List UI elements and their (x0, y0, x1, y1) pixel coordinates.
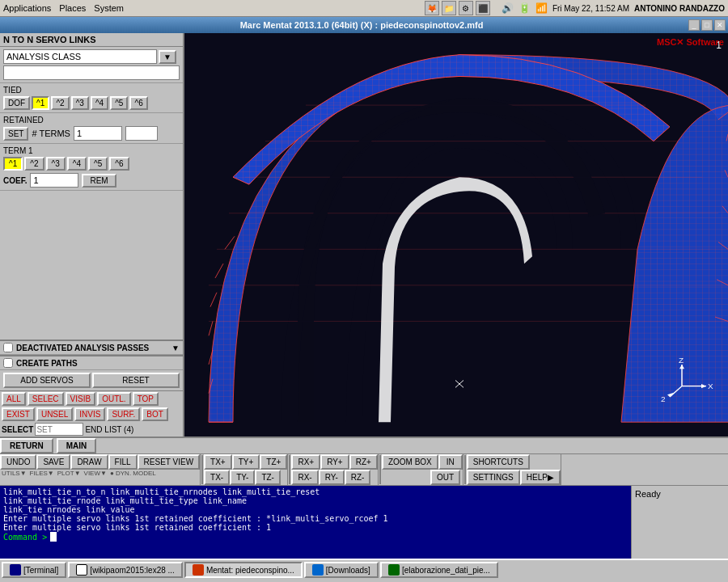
taskbar-elaborazione-label: [elaborazione_dati_pie... (402, 566, 490, 575)
save-button[interactable]: SAVE (36, 454, 70, 470)
unsel-button[interactable]: UNSEL (36, 407, 73, 421)
deactivated-collapse[interactable]: ▼ (171, 344, 180, 352)
rz-minus-button[interactable]: RZ- (345, 470, 371, 485)
tz-plus-button[interactable]: TZ+ (260, 454, 287, 470)
analysis-class-dropdown[interactable]: ▼ (159, 50, 176, 64)
analysis-class-label-field[interactable] (3, 49, 157, 64)
sysbar-net[interactable]: 📶 (535, 2, 548, 14)
return-button[interactable]: RETURN (0, 438, 53, 453)
dyn-model-sub[interactable]: ● DYN. MODEL (108, 470, 158, 478)
rem-button[interactable]: REM (82, 174, 116, 188)
sysbar-icon-folder[interactable]: 📁 (442, 1, 456, 15)
ry-minus-button[interactable]: RY- (319, 470, 345, 485)
sysbar-vol[interactable]: 🔊 (502, 2, 514, 14)
term-5-button[interactable]: ^5 (88, 157, 108, 171)
zoom-box-button[interactable]: ZOOM BOX (382, 454, 438, 470)
view-sub[interactable]: VIEW▼ (83, 470, 108, 478)
deactivated-bar[interactable]: DEACTIVATED ANALYSIS PASSES ▼ (0, 341, 183, 355)
tz-minus-button[interactable]: TZ- (255, 470, 281, 485)
undo-button[interactable]: UNDO (0, 454, 36, 470)
dof-6-button[interactable]: ^6 (129, 96, 147, 110)
toolbar-sep-1 (201, 455, 203, 484)
rx-plus-button[interactable]: RX+ (291, 454, 320, 470)
coef-label: COEF. (3, 176, 27, 185)
all-button[interactable]: ALL (2, 392, 26, 406)
invis-button[interactable]: INVIS (74, 407, 105, 421)
end-list-label: END LIST (4) (85, 425, 133, 434)
retained-label: RETAINED (3, 116, 180, 124)
terms-input[interactable] (74, 126, 122, 141)
ry-plus-button[interactable]: RY+ (320, 454, 349, 470)
create-paths-bar[interactable]: CREATE PATHS (0, 356, 183, 370)
coef-input[interactable] (30, 173, 78, 188)
deactivated-label: DEACTIVATED ANALYSIS PASSES (16, 344, 149, 352)
sysbar-system[interactable]: System (94, 3, 124, 13)
set-input[interactable] (35, 423, 83, 436)
sysbar-icon-terminal[interactable]: ⬛ (476, 1, 490, 15)
top-button[interactable]: TOP (133, 392, 159, 406)
ty-plus-button[interactable]: TY+ (232, 454, 260, 470)
sysbar-user: ANTONINO RANDAZZO (634, 4, 725, 13)
terms-label: # TERMS (32, 129, 70, 138)
dof-3-button[interactable]: ^3 (71, 96, 89, 110)
sysbar-icon-firefox[interactable]: 🦊 (425, 1, 439, 15)
ty-minus-button[interactable]: TY- (230, 470, 255, 485)
dof-5-button[interactable]: ^5 (110, 96, 128, 110)
spacer (0, 191, 183, 340)
surf-button[interactable]: SURF. (107, 407, 140, 421)
reset-button[interactable]: RESET (92, 373, 180, 388)
plot-sub[interactable]: PLOT▼ (56, 470, 83, 478)
close-button[interactable]: ✕ (714, 19, 726, 31)
sysbar-apps[interactable]: Applications (3, 3, 51, 13)
term-4-button[interactable]: ^4 (67, 157, 87, 171)
settings-button[interactable]: SETTINGS (467, 470, 520, 485)
selec-button[interactable]: SELEC (28, 392, 64, 406)
dof-2-button[interactable]: ^2 (51, 96, 69, 110)
rx-minus-button[interactable]: RX- (291, 470, 318, 485)
main-button[interactable]: MAIN (57, 438, 97, 453)
dof-1-button[interactable]: ^1 (32, 96, 49, 110)
create-paths-checkbox[interactable] (3, 358, 13, 368)
sysbar-places[interactable]: Places (59, 3, 86, 13)
deactivated-checkbox[interactable] (3, 343, 13, 352)
files-sub[interactable]: FILES▼ (28, 470, 56, 478)
terms-value[interactable] (125, 126, 158, 141)
help-button[interactable]: HELP▶ (520, 470, 561, 485)
add-servos-button[interactable]: ADD SERVOS (3, 373, 91, 388)
minimize-button[interactable]: _ (688, 19, 700, 31)
exist-button[interactable]: EXIST (2, 407, 35, 421)
taskbar-downloads[interactable]: [Downloads] (304, 562, 379, 578)
sysbar-icon-settings[interactable]: ⚙ (459, 1, 473, 15)
tx-minus-button[interactable]: TX- (204, 470, 230, 485)
taskbar-wiki[interactable]: [wikipaom2015:lex28 ... (68, 562, 183, 578)
maximize-button[interactable]: □ (701, 19, 713, 31)
zoom-out-button[interactable]: OUT (430, 470, 460, 485)
fill-button[interactable]: FILL (108, 454, 138, 470)
visib-button[interactable]: VISIB (66, 392, 96, 406)
logo-software: Software (687, 37, 724, 47)
taskbar-mentat[interactable]: Mentat: piedeconspino... (184, 562, 303, 578)
draw-button[interactable]: DRAW (70, 454, 108, 470)
sysbar-bat[interactable]: 🔋 (518, 2, 531, 14)
outl-button[interactable]: OUTL. (97, 392, 130, 406)
term-6-button[interactable]: ^6 (109, 157, 129, 171)
term-2-button[interactable]: ^2 (24, 157, 44, 171)
term-1-button[interactable]: ^1 (3, 157, 23, 171)
dof-button[interactable]: DOF (3, 96, 30, 110)
utils-sub[interactable]: UTILS▼ (0, 470, 28, 478)
reset-view-button[interactable]: RESET VIEW (138, 454, 201, 470)
set-button[interactable]: SET (3, 127, 28, 141)
command-prompt: Command > (3, 533, 47, 542)
analysis-class-value[interactable]: STRUCTURAL (3, 65, 180, 80)
term-3-button[interactable]: ^3 (46, 157, 66, 171)
dof-4-button[interactable]: ^4 (91, 96, 108, 110)
tx-plus-button[interactable]: TX+ (204, 454, 232, 470)
taskbar-elaborazione[interactable]: [elaborazione_dati_pie... (380, 562, 498, 578)
shortcuts-button[interactable]: SHORTCUTS (467, 454, 530, 470)
zoom-in-button[interactable]: IN (438, 454, 463, 470)
left-panel: N TO N SERVO LINKS ▼ STRUCTURAL TIED DOF… (0, 33, 184, 436)
bot-button[interactable]: BOT (142, 407, 168, 421)
select-bar-3: SELECT END LIST (4) (0, 422, 183, 436)
rz-plus-button[interactable]: RZ+ (349, 454, 378, 470)
taskbar-terminal[interactable]: [Terminal] (2, 562, 66, 578)
